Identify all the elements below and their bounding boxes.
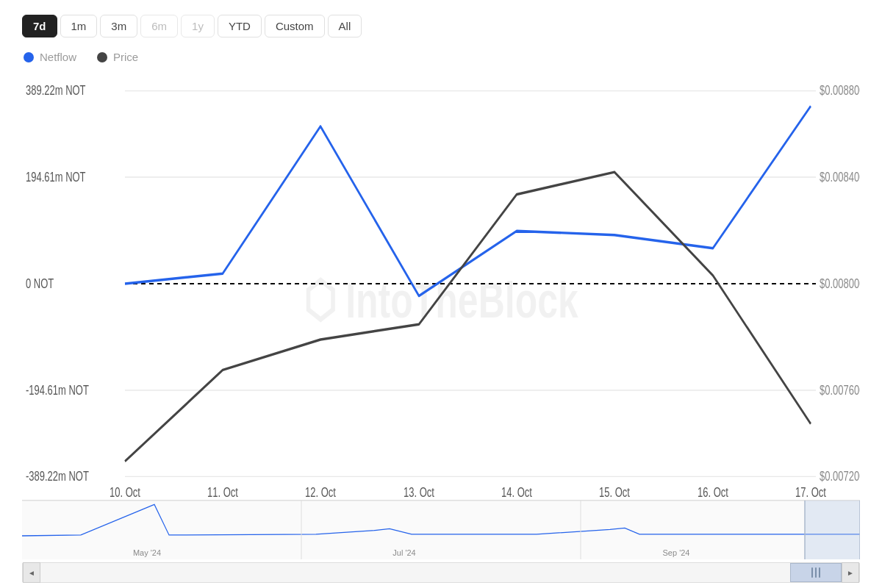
price-dot — [97, 52, 107, 62]
svg-text:17. Oct: 17. Oct — [795, 485, 826, 497]
time-btn-1y: 1y — [181, 15, 215, 37]
svg-text:-389.22m NOT: -389.22m NOT — [26, 469, 89, 483]
scroll-thumb[interactable] — [790, 563, 842, 582]
svg-text:15. Oct: 15. Oct — [599, 485, 630, 497]
main-chart-svg: 389.22m NOT 194.61m NOT 0 NOT -194.61m N… — [22, 71, 860, 497]
netflow-dot — [24, 52, 34, 62]
scroll-handle-3 — [819, 567, 820, 578]
svg-text:10. Oct: 10. Oct — [110, 485, 140, 497]
navigator-scrollbar[interactable]: ◄ ► — [22, 562, 860, 583]
svg-text:$0.008800: $0.008800 — [820, 83, 860, 97]
navigator-svg: May '24 Jul '24 Sep '24 — [22, 501, 860, 559]
scroll-left-button[interactable]: ◄ — [23, 562, 40, 583]
time-btn-7d[interactable]: 7d — [22, 15, 57, 37]
time-range-bar: 7d 1m 3m 6m 1y YTD Custom All — [22, 15, 860, 37]
svg-text:194.61m NOT: 194.61m NOT — [26, 169, 86, 183]
chart-wrapper: 389.22m NOT 194.61m NOT 0 NOT -194.61m N… — [22, 71, 860, 581]
svg-text:$0.007600: $0.007600 — [820, 382, 860, 396]
scroll-track[interactable] — [40, 563, 842, 582]
time-btn-all[interactable]: All — [328, 15, 362, 37]
legend-price: Price — [97, 51, 138, 63]
legend-netflow: Netflow — [24, 51, 76, 63]
price-label: Price — [113, 51, 138, 63]
main-chart-area[interactable]: 389.22m NOT 194.61m NOT 0 NOT -194.61m N… — [22, 71, 860, 497]
svg-text:0 NOT: 0 NOT — [26, 276, 54, 290]
svg-text:$0.007200: $0.007200 — [820, 469, 860, 483]
time-btn-ytd[interactable]: YTD — [218, 15, 262, 37]
chart-legend: Netflow Price — [22, 51, 860, 63]
svg-text:-194.61m NOT: -194.61m NOT — [26, 382, 89, 396]
svg-text:14. Oct: 14. Oct — [501, 485, 532, 497]
svg-rect-31 — [805, 501, 860, 559]
svg-text:Sep '24: Sep '24 — [663, 548, 690, 556]
svg-text:Jul '24: Jul '24 — [392, 548, 415, 556]
scroll-handle-1 — [811, 567, 813, 578]
time-btn-1m[interactable]: 1m — [60, 15, 98, 37]
svg-text:$0.008000: $0.008000 — [820, 276, 860, 290]
time-btn-6m: 6m — [140, 15, 178, 37]
time-btn-3m[interactable]: 3m — [100, 15, 137, 37]
svg-text:$0.008400: $0.008400 — [820, 169, 860, 183]
scroll-handle-2 — [815, 567, 817, 578]
svg-text:⬡ IntoTheBlock: ⬡ IntoTheBlock — [304, 271, 578, 329]
scroll-right-button[interactable]: ► — [842, 562, 859, 583]
svg-text:389.22m NOT: 389.22m NOT — [26, 83, 86, 97]
svg-text:12. Oct: 12. Oct — [305, 485, 336, 497]
netflow-label: Netflow — [40, 51, 76, 63]
svg-text:16. Oct: 16. Oct — [698, 485, 728, 497]
svg-text:May '24: May '24 — [133, 548, 161, 556]
time-btn-custom[interactable]: Custom — [265, 15, 325, 37]
navigator-area[interactable]: May '24 Jul '24 Sep '24 ◄ ► — [22, 500, 860, 581]
svg-text:13. Oct: 13. Oct — [404, 485, 434, 497]
svg-text:11. Oct: 11. Oct — [207, 485, 238, 497]
netflow-line — [125, 106, 811, 295]
